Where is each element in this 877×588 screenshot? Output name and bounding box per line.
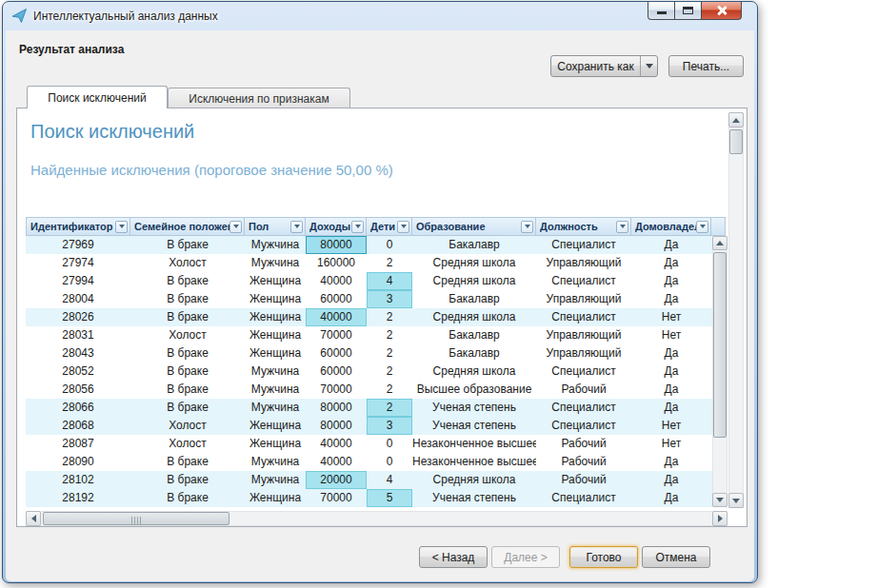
- table-cell[interactable]: Специалист: [536, 399, 631, 417]
- table-row[interactable]: 28192В бракеЖенщина700005Ученая степеньС…: [26, 489, 726, 507]
- table-cell[interactable]: Управляющий: [536, 326, 631, 344]
- table-cell[interactable]: Мужчина: [245, 381, 306, 399]
- table-cell[interactable]: 2: [367, 399, 412, 417]
- save-as-dropdown[interactable]: [640, 56, 657, 76]
- table-cell[interactable]: Да: [631, 344, 711, 363]
- finish-button[interactable]: Готово: [569, 546, 638, 568]
- table-cell[interactable]: Ученая степень: [412, 417, 536, 435]
- table-row[interactable]: 28026В бракеЖенщина400002Средняя школаСп…: [26, 308, 726, 326]
- table-cell[interactable]: Женщина: [245, 344, 306, 363]
- table-cell[interactable]: Средняя школа: [412, 272, 536, 290]
- table-row[interactable]: 27994В бракеЖенщина400004Средняя школаСп…: [26, 272, 726, 290]
- table-cell[interactable]: 70000: [306, 489, 367, 507]
- table-cell[interactable]: 4: [367, 471, 412, 489]
- table-row[interactable]: 27974ХолостМужчина1600002Средняя школаУп…: [26, 254, 726, 272]
- table-cell[interactable]: Холост: [130, 254, 245, 272]
- maximize-button[interactable]: [675, 2, 702, 20]
- table-cell[interactable]: В браке: [130, 453, 245, 471]
- table-cell[interactable]: 28102: [26, 471, 130, 489]
- table-cell[interactable]: 40000: [306, 453, 367, 471]
- title-bar[interactable]: Интеллектуальный анализ данных: [3, 2, 757, 30]
- table-cell[interactable]: Бакалавр: [412, 290, 536, 308]
- table-cell[interactable]: Средняя школа: [412, 254, 536, 272]
- table-cell[interactable]: Средняя школа: [412, 363, 536, 381]
- table-cell[interactable]: В браке: [130, 308, 245, 326]
- table-cell[interactable]: 28043: [26, 344, 130, 363]
- table-cell[interactable]: 4: [367, 272, 412, 290]
- table-scroll-down-button[interactable]: [712, 493, 728, 507]
- table-cell[interactable]: 27994: [26, 272, 130, 290]
- table-cell[interactable]: 40000: [306, 272, 367, 290]
- table-row[interactable]: 28068ХолостЖенщина800003Ученая степеньСп…: [26, 417, 726, 435]
- table-cell[interactable]: 80000: [306, 417, 367, 435]
- table-cell[interactable]: 60000: [306, 290, 367, 308]
- minimize-button[interactable]: [648, 2, 675, 20]
- page-vertical-scrollbar[interactable]: [728, 112, 744, 508]
- tab-exceptions-by-features[interactable]: Исключения по признакам: [168, 88, 350, 108]
- filter-dropdown-button[interactable]: [696, 221, 708, 233]
- table-cell[interactable]: 40000: [306, 435, 367, 453]
- table-cell[interactable]: Да: [631, 363, 711, 381]
- table-row[interactable]: 28004В бракеЖенщина600003БакалаврУправля…: [26, 290, 726, 308]
- table-cell[interactable]: Да: [631, 236, 711, 254]
- table-cell[interactable]: 28052: [26, 363, 130, 381]
- table-cell[interactable]: 27974: [26, 254, 130, 272]
- table-cell[interactable]: Средняя школа: [412, 471, 536, 489]
- table-row[interactable]: 28043В бракеЖенщина600002БакалаврУправля…: [26, 344, 726, 363]
- table-row[interactable]: 28031ХолостЖенщина700002БакалаврУправляю…: [26, 326, 726, 344]
- table-cell[interactable]: 2: [367, 308, 412, 326]
- column-header[interactable]: Дети: [367, 217, 412, 236]
- table-cell[interactable]: Средняя школа: [412, 308, 536, 326]
- table-cell[interactable]: 60000: [306, 344, 367, 363]
- table-cell[interactable]: 80000: [306, 236, 367, 254]
- table-cell[interactable]: Нет: [631, 326, 711, 344]
- table-cell[interactable]: В браке: [130, 489, 245, 507]
- table-cell[interactable]: Специалист: [536, 308, 631, 326]
- table-cell[interactable]: Да: [631, 254, 711, 272]
- table-cell[interactable]: 2: [367, 344, 412, 363]
- page-scroll-up-button[interactable]: [728, 112, 744, 127]
- table-cell[interactable]: 28031: [26, 326, 130, 344]
- table-cell[interactable]: 40000: [306, 308, 367, 326]
- table-cell[interactable]: В браке: [130, 344, 245, 363]
- table-cell[interactable]: 3: [367, 290, 412, 308]
- table-cell[interactable]: Нет: [631, 308, 711, 326]
- table-row[interactable]: 28052В бракеМужчина600002Средняя школаСп…: [26, 363, 726, 381]
- table-cell[interactable]: Бакалавр: [412, 326, 536, 344]
- table-cell[interactable]: Высшее образование: [412, 381, 536, 399]
- table-row[interactable]: 28090В бракеМужчина400000Незаконченное в…: [26, 453, 726, 471]
- table-cell[interactable]: Женщина: [245, 290, 306, 308]
- table-cell[interactable]: Да: [631, 453, 711, 471]
- filter-dropdown-button[interactable]: [290, 221, 303, 233]
- table-cell[interactable]: Бакалавр: [412, 344, 536, 363]
- table-cell[interactable]: Управляющий: [536, 290, 631, 308]
- column-header[interactable]: Идентификатор: [26, 217, 130, 236]
- table-cell[interactable]: Рабочий: [536, 381, 631, 399]
- table-cell[interactable]: 2: [367, 381, 412, 399]
- table-cell[interactable]: 0: [367, 236, 412, 254]
- filter-dropdown-button[interactable]: [351, 221, 364, 233]
- filter-dropdown-button[interactable]: [397, 221, 409, 233]
- table-cell[interactable]: Ученая степень: [412, 489, 536, 507]
- table-cell[interactable]: Женщина: [245, 326, 306, 344]
- table-cell[interactable]: В браке: [130, 399, 245, 417]
- table-cell[interactable]: Специалист: [536, 236, 631, 254]
- table-cell[interactable]: 70000: [306, 381, 367, 399]
- table-cell[interactable]: Да: [631, 489, 711, 507]
- filter-dropdown-button[interactable]: [229, 221, 242, 233]
- table-cell[interactable]: 27969: [26, 236, 130, 254]
- table-cell[interactable]: 2: [367, 254, 412, 272]
- table-cell[interactable]: Мужчина: [245, 363, 306, 381]
- table-row[interactable]: 28056В бракеМужчина700002Высшее образова…: [26, 381, 726, 399]
- tab-outlier-search[interactable]: Поиск исключений: [27, 86, 168, 108]
- page-scrollbar-thumb[interactable]: [729, 129, 743, 154]
- page-scroll-down-button[interactable]: [728, 493, 744, 508]
- table-cell[interactable]: Мужчина: [245, 254, 306, 272]
- table-cell[interactable]: 3: [367, 417, 412, 435]
- table-cell[interactable]: 28068: [26, 417, 130, 435]
- table-cell[interactable]: 70000: [306, 326, 367, 344]
- table-cell[interactable]: Рабочий: [536, 435, 631, 453]
- column-header[interactable]: Должность: [536, 217, 631, 236]
- table-cell[interactable]: 0: [367, 435, 412, 453]
- table-cell[interactable]: Холост: [130, 435, 245, 453]
